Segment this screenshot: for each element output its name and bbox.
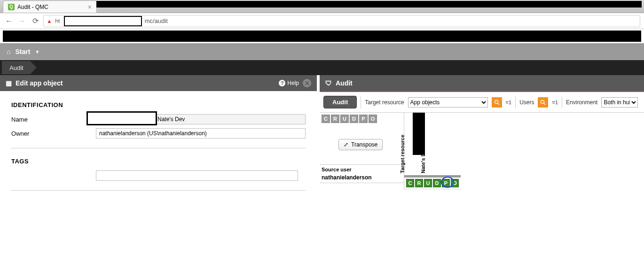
- browser-tab[interactable]: Q Audit - QMC ×: [3, 0, 97, 13]
- divider: [11, 190, 306, 191]
- svg-point-0: [495, 100, 498, 103]
- target-resource-label: Target resource: [365, 99, 404, 106]
- home-icon: ⌂: [7, 48, 10, 55]
- transpose-button[interactable]: ⤢ Transpose: [338, 139, 383, 150]
- environment-label: Environment: [566, 99, 597, 106]
- identification-section-title: IDENTIFICATION: [11, 101, 306, 108]
- crud-legend: C R U D P O: [320, 113, 404, 125]
- reload-button[interactable]: ⟳: [30, 16, 40, 26]
- audit-button[interactable]: Audit: [323, 96, 357, 108]
- users-label: Users: [519, 99, 534, 106]
- perm-read: R: [415, 179, 423, 187]
- start-label: Start: [15, 48, 30, 55]
- redaction-strip: [3, 31, 641, 42]
- back-button[interactable]: ←: [4, 16, 14, 26]
- tags-input[interactable]: [96, 170, 298, 181]
- edit-panel-header: ▦ Edit app object ? Help ✕: [0, 75, 317, 91]
- search-users-button[interactable]: [538, 97, 548, 108]
- search-resource-button[interactable]: [492, 97, 502, 108]
- environment-select[interactable]: Both in hub: [601, 97, 638, 108]
- source-user-value: nathanielanderson: [320, 173, 404, 183]
- owner-input[interactable]: nathanielanderson (US\nathanielanderson): [96, 128, 306, 139]
- help-button[interactable]: ? Help: [279, 80, 299, 86]
- divider: [11, 148, 306, 148]
- name-redaction: [86, 111, 157, 125]
- resource-count: =1: [506, 100, 512, 105]
- start-bar[interactable]: ⌂ Start ▼: [0, 43, 644, 60]
- target-resource-vertical-label: Target resource: [400, 135, 405, 173]
- chevron-down-icon: ▼: [35, 49, 39, 54]
- sheet-icon: ▦: [6, 79, 12, 87]
- tags-section-title: TAGS: [11, 158, 306, 165]
- audit-panel-title: Audit: [336, 79, 353, 87]
- owner-label: Owner: [11, 130, 96, 137]
- close-panel-button[interactable]: ✕: [303, 79, 311, 87]
- source-user-label: Source user: [320, 164, 404, 173]
- url-bar[interactable]: ▲ ht mc/audit: [43, 15, 640, 27]
- url-prefix: ht: [55, 17, 60, 24]
- audit-panel-header: 🛡 Audit: [320, 75, 644, 91]
- forward-button[interactable]: →: [17, 16, 27, 26]
- svg-line-1: [498, 103, 499, 105]
- annotation-circle: [441, 177, 454, 188]
- perm-delete: D: [433, 179, 441, 187]
- column-object-name: Nate's Dev: [420, 147, 426, 173]
- tab-title: Audit - QMC: [17, 4, 48, 10]
- perm-create: C: [406, 179, 414, 187]
- transpose-icon: ⤢: [344, 141, 348, 148]
- breadcrumb-audit[interactable]: Audit: [2, 61, 30, 74]
- insecure-icon: ▲: [47, 18, 52, 24]
- target-column-header: Target resource Nate's Dev: [404, 113, 461, 177]
- target-resource-select[interactable]: App objects: [408, 97, 488, 108]
- shield-icon: 🛡: [325, 79, 332, 87]
- tab-close-icon[interactable]: ×: [88, 3, 92, 11]
- perm-update: U: [424, 179, 432, 187]
- redaction-bar: [96, 1, 642, 8]
- audit-result-row: C R U D P O: [404, 177, 461, 189]
- breadcrumb-bar: Audit: [0, 60, 644, 75]
- qlik-favicon: Q: [8, 4, 15, 10]
- svg-point-2: [541, 100, 544, 103]
- edit-panel-title: Edit app object: [16, 79, 63, 87]
- name-label: Name: [11, 116, 96, 123]
- users-count: =1: [552, 100, 558, 105]
- url-redaction: [64, 16, 142, 26]
- url-suffix: mc/audit: [145, 17, 168, 24]
- svg-line-3: [544, 103, 545, 105]
